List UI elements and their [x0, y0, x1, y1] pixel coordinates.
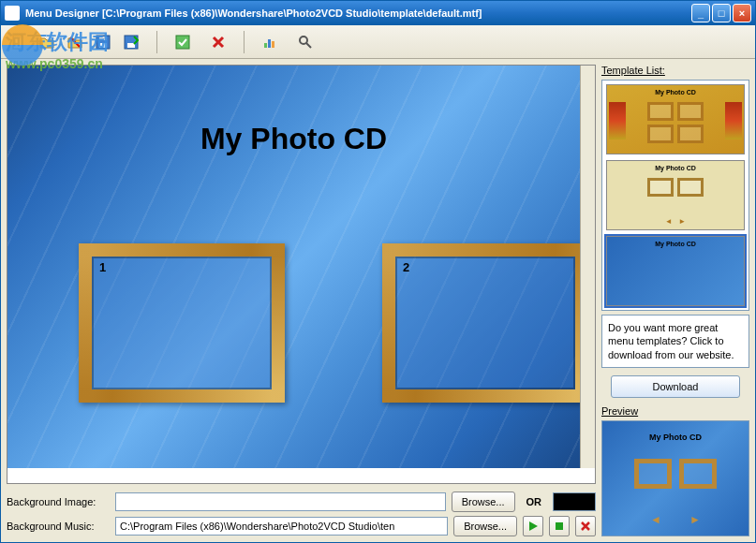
- open-folder-icon[interactable]: [37, 32, 57, 52]
- photo-frame-2[interactable]: 2: [382, 243, 580, 403]
- delete-icon[interactable]: [208, 32, 229, 52]
- svg-line-13: [306, 43, 311, 48]
- svg-point-12: [300, 37, 307, 44]
- vertical-scrollbar[interactable]: [580, 66, 595, 468]
- bottom-controls: Background Image: Browse... OR Backgroun…: [7, 488, 596, 536]
- app-window: 河东软件园 www.pc0359.cn Menu Designer [C:\Pr…: [0, 0, 756, 543]
- left-pane: My Photo CD 1 2 ◄ ► Ba: [1, 59, 601, 542]
- title-bar[interactable]: Menu Designer [C:\Program Files (x86)\Wo…: [1, 1, 755, 25]
- template-item-1[interactable]: My Photo CD: [606, 84, 745, 154]
- svg-rect-10: [268, 39, 271, 48]
- template-item-2[interactable]: My Photo CD ◄ ►: [606, 160, 745, 230]
- app-icon: [5, 6, 20, 21]
- template-item-3[interactable]: My Photo CD: [606, 236, 745, 306]
- canvas-container: My Photo CD 1 2 ◄ ►: [7, 65, 596, 484]
- preview-title: My Photo CD: [602, 433, 749, 442]
- svg-rect-15: [556, 522, 563, 530]
- checkmark-icon[interactable]: [172, 32, 193, 52]
- right-pane: Template List: My Photo CD My Photo CD ◄…: [601, 59, 755, 542]
- bg-music-label: Background Music:: [7, 521, 110, 532]
- design-canvas[interactable]: My Photo CD 1 2: [7, 66, 580, 468]
- svg-rect-9: [264, 43, 267, 48]
- photo-frame-1[interactable]: 1: [79, 243, 285, 403]
- template-thumb-title: My Photo CD: [607, 165, 744, 171]
- save-icon[interactable]: [93, 32, 113, 52]
- close-button[interactable]: ×: [733, 4, 751, 22]
- template-thumb-title: My Photo CD: [607, 89, 744, 95]
- browse-music-button[interactable]: Browse...: [453, 516, 517, 536]
- preview-nav-arrows: ◄►: [602, 513, 749, 526]
- stop-button[interactable]: [549, 516, 570, 536]
- minimize-button[interactable]: _: [691, 4, 710, 22]
- save-as-icon[interactable]: [121, 32, 141, 52]
- template-note: Do you want more great menu templates? C…: [601, 315, 749, 368]
- frame-label-1: 1: [99, 260, 106, 274]
- close-folder-icon[interactable]: [65, 32, 85, 52]
- preview-box: My Photo CD ◄►: [601, 420, 749, 536]
- bg-image-input[interactable]: [115, 492, 446, 511]
- preview-frame-2: [679, 459, 717, 489]
- svg-rect-11: [272, 41, 274, 48]
- svg-rect-8: [176, 36, 189, 49]
- svg-rect-5: [99, 37, 107, 40]
- template-list-label: Template List:: [601, 65, 749, 76]
- template-list[interactable]: My Photo CD My Photo CD ◄ ► My Photo CD: [601, 80, 749, 311]
- frame-label-2: 2: [403, 260, 409, 274]
- browse-image-button[interactable]: Browse...: [452, 492, 515, 512]
- zoom-icon[interactable]: [295, 32, 316, 52]
- download-button[interactable]: Download: [611, 375, 740, 398]
- remove-music-button[interactable]: [575, 516, 596, 536]
- play-button[interactable]: [523, 516, 543, 536]
- chart-icon[interactable]: [259, 32, 280, 52]
- new-file-icon[interactable]: [8, 32, 29, 52]
- svg-marker-14: [529, 521, 538, 531]
- canvas-title-text[interactable]: My Photo CD: [7, 122, 580, 156]
- template-thumb-title: My Photo CD: [607, 241, 744, 247]
- preview-label: Preview: [601, 405, 749, 417]
- bg-music-input[interactable]: [115, 517, 448, 536]
- svg-rect-4: [99, 43, 107, 48]
- window-title: Menu Designer [C:\Program Files (x86)\Wo…: [25, 7, 691, 19]
- toolbar: [1, 25, 755, 59]
- maximize-button[interactable]: □: [712, 4, 731, 22]
- preview-frame-1: [634, 459, 672, 489]
- bg-color-swatch[interactable]: [553, 492, 596, 511]
- or-label: OR: [521, 496, 548, 507]
- main-area: My Photo CD 1 2 ◄ ► Ba: [1, 59, 755, 542]
- bg-image-label: Background Image:: [7, 496, 110, 507]
